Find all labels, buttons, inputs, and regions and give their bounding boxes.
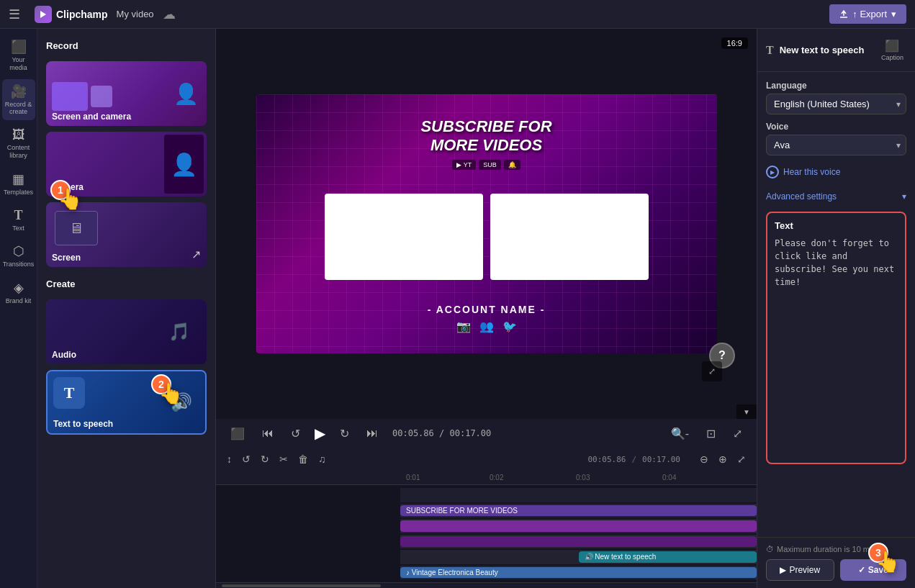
timeline-toggle-button[interactable]: ▼ xyxy=(736,404,757,419)
nav-brand-kit[interactable]: ◈ Brand kit xyxy=(2,276,35,309)
advanced-settings-label: Advanced settings xyxy=(766,191,837,202)
text-to-speech-card[interactable]: T 🔊 Text to speech xyxy=(46,370,207,435)
select-tool-button[interactable]: ↕ xyxy=(225,451,234,467)
zoom-in-button[interactable]: ⤢ xyxy=(730,424,745,443)
nav-transitions-label: Transitions xyxy=(3,261,35,268)
timeline-zoom-out[interactable]: ⊖ xyxy=(698,451,711,467)
timeline-time-total: 00:17.00 xyxy=(642,455,680,464)
table-row xyxy=(216,488,757,502)
aspect-ratio-badge[interactable]: 16:9 xyxy=(721,37,748,49)
undo-button[interactable]: ↺ xyxy=(240,451,253,467)
cut-button[interactable]: ✂ xyxy=(277,451,290,467)
track-clip-bg1[interactable] xyxy=(400,520,757,532)
track-content[interactable] xyxy=(400,535,757,549)
preview-button[interactable]: ▶ Preview xyxy=(766,559,834,581)
caption-label: Caption xyxy=(881,54,903,61)
nav-templates[interactable]: ▦ Templates xyxy=(2,167,35,201)
music-button[interactable]: ♫ xyxy=(316,451,328,467)
svg-marker-0 xyxy=(40,11,46,18)
playback-controls: ⬛ ⏮ ↺ ▶ ↻ ⏭ 00:05.86 / 00:17.00 🔍- ⊡ ⤢ xyxy=(216,419,757,448)
timeline-zoom-in[interactable]: ⊕ xyxy=(716,451,729,467)
right-panel-body: Language English (United States) ▾ Voice… xyxy=(757,72,915,537)
audio-card[interactable]: 🎵 Audio xyxy=(46,299,207,364)
track-clip-main[interactable]: SUBSCRIBE FOR MORE VIDEOS xyxy=(400,505,757,517)
track-content[interactable]: 🔊 New text to speech xyxy=(400,550,757,564)
redo-button[interactable]: ↻ xyxy=(258,451,271,467)
video-title[interactable]: My video xyxy=(117,9,154,19)
play-button[interactable]: ▶ xyxy=(315,425,325,442)
video-title-line2: MORE VIDEOS xyxy=(420,136,551,155)
screen-and-camera-label: Screen and camera xyxy=(52,112,131,122)
table-row xyxy=(216,519,757,533)
rewind-5s-button[interactable]: ↺ xyxy=(288,424,303,443)
video-white-box-right xyxy=(490,194,649,280)
timeline-toolbar: ↕ ↺ ↻ ✂ 🗑 ♫ 00:05.86 / 00:17.00 ⊖ ⊕ ⤢ xyxy=(216,448,757,471)
table-row: SUBSCRIBE FOR MORE VIDEOS xyxy=(216,504,757,518)
nav-content-library[interactable]: 🖼 Content library xyxy=(2,123,35,164)
nav-transitions[interactable]: ⬡ Transitions xyxy=(2,239,35,273)
voice-select[interactable]: Ava xyxy=(766,135,906,155)
logo-icon xyxy=(35,6,52,23)
content-library-icon: 🖼 xyxy=(12,127,25,143)
tts-header-icon: T xyxy=(766,44,774,57)
timeline-expand[interactable]: ⤢ xyxy=(735,451,748,467)
bell-icon: 🔔 xyxy=(504,160,520,170)
skip-forward-button[interactable]: ⏭ xyxy=(364,424,381,443)
timeline-scrollbar[interactable] xyxy=(216,582,757,588)
track-content[interactable]: ♪ Vintage Electronica Beauty xyxy=(400,566,757,580)
hamburger-menu[interactable]: ☰ xyxy=(9,6,20,22)
video-frame: SUBSCRIBE FOR MORE VIDEOS ▶ YT SUB 🔔 xyxy=(256,94,717,353)
sidebar-panel: Record 👤 Screen and camera 👤 Camera xyxy=(37,29,216,588)
track-clip-text: ♪ Vintage Electronica Beauty xyxy=(406,569,498,576)
timeline-area: ↕ ↺ ↻ ✂ 🗑 ♫ 00:05.86 / 00:17.00 ⊖ ⊕ ⤢ 0:… xyxy=(216,448,757,588)
canvas-area: 16:9 SUBSCRIBE FOR MORE VIDEOS ▶ YT SUB … xyxy=(216,29,757,588)
total-time: 00:17.00 xyxy=(449,428,491,438)
zoom-fit-button[interactable]: ⊡ xyxy=(703,424,718,443)
track-content[interactable]: SUBSCRIBE FOR MORE VIDEOS xyxy=(400,504,757,518)
facebook-icon: 👥 xyxy=(479,320,494,333)
track-content[interactable] xyxy=(400,519,757,533)
time-separator: / xyxy=(439,428,449,438)
nav-record-create-label: Record & create xyxy=(5,101,32,117)
track-clip-music[interactable]: ♪ Vintage Electronica Beauty xyxy=(400,567,757,579)
track-clip-bg2[interactable] xyxy=(400,536,757,548)
skip-back-button[interactable]: ⏮ xyxy=(259,424,276,443)
current-time: 00:05.86 xyxy=(392,428,434,438)
delete-button[interactable]: 🗑 xyxy=(296,451,310,467)
zoom-out-button[interactable]: 🔍- xyxy=(668,424,692,443)
forward-5s-button[interactable]: ↻ xyxy=(337,424,352,443)
voice-select-wrapper: Ava ▾ xyxy=(766,135,906,155)
video-account-name: - ACCOUNT NAME - xyxy=(428,304,546,315)
hear-voice-button[interactable]: ▶ Hear this voice xyxy=(766,163,906,181)
video-content: SUBSCRIBE FOR MORE VIDEOS ▶ YT SUB 🔔 xyxy=(256,94,717,353)
language-select[interactable]: English (United States) xyxy=(766,94,906,114)
camera-label: Camera xyxy=(52,182,84,192)
right-panel-title: New text to speech xyxy=(780,45,873,55)
nav-your-media[interactable]: ⬛ Your media xyxy=(2,35,35,76)
save-button[interactable]: ✓ Save xyxy=(840,559,907,581)
screen-and-camera-card[interactable]: 👤 Screen and camera xyxy=(46,61,207,126)
text-input[interactable]: Please don't forget to click like and su… xyxy=(775,237,898,453)
track-clip-tts[interactable]: 🔊 New text to speech xyxy=(579,551,757,563)
caption-button[interactable]: ⬛ Caption xyxy=(878,36,906,64)
hear-voice-label: Hear this voice xyxy=(783,167,840,177)
advanced-settings-row[interactable]: Advanced settings ▾ xyxy=(766,189,906,204)
timeline-tracks: SUBSCRIBE FOR MORE VIDEOS xyxy=(216,485,757,582)
text-to-speech-label: Text to speech xyxy=(53,419,113,429)
screen-card[interactable]: 🖥 ↗ Screen xyxy=(46,202,207,267)
camera-card[interactable]: 👤 Camera xyxy=(46,132,207,196)
nav-text[interactable]: T Text xyxy=(2,204,35,237)
audio-label: Audio xyxy=(52,350,76,360)
footer-buttons: ▶ Preview ✓ Save xyxy=(766,559,906,581)
track-content[interactable] xyxy=(400,488,757,502)
video-title-line1: SUBSCRIBE FOR xyxy=(420,117,551,136)
max-duration-text: ⏱ Maximum duration is 10 min xyxy=(766,545,906,553)
time-display: 00:05.86 / 00:17.00 xyxy=(392,428,491,438)
instagram-icon: 📷 xyxy=(456,320,471,333)
caption-toggle-button[interactable]: ⬛ xyxy=(227,424,248,443)
nav-record-create[interactable]: 🎥 Record & create xyxy=(2,79,35,121)
right-panel-header: T New text to speech ⬛ Caption xyxy=(757,29,915,72)
export-button[interactable]: ↑ Export ▾ xyxy=(829,4,906,24)
video-white-box-left xyxy=(325,194,483,280)
expand-button[interactable]: ⤢ xyxy=(702,361,722,381)
